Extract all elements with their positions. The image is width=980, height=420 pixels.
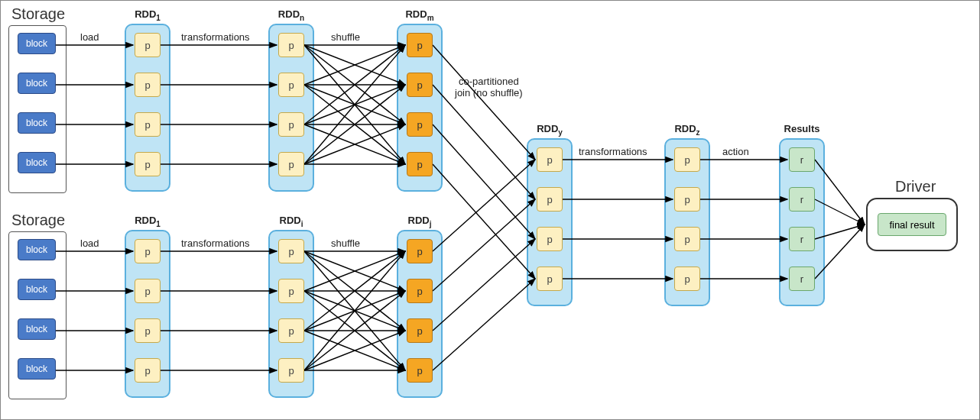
- rddm-p-2: p: [407, 112, 433, 137]
- rddm-p-3: p: [407, 152, 433, 176]
- svg-line-14: [304, 85, 405, 124]
- svg-line-21: [304, 85, 405, 164]
- storage-bot-block-3: block: [18, 358, 56, 380]
- rddm-p-1: p: [407, 73, 433, 97]
- svg-line-15: [304, 85, 405, 164]
- rddy-p-3: p: [537, 267, 563, 291]
- rddi-p-2: p: [278, 318, 304, 343]
- svg-line-44: [304, 251, 405, 370]
- rddi-header: RDDi: [261, 215, 322, 228]
- svg-line-48: [433, 45, 535, 160]
- results-header: Results: [771, 123, 832, 134]
- rddn-header: RDDn: [261, 8, 322, 22]
- transf-label-top: transformations: [181, 31, 250, 43]
- storage-top-block-0: block: [18, 33, 56, 54]
- svg-line-45: [304, 291, 405, 370]
- storage-title-top: Storage: [11, 5, 65, 23]
- svg-line-34: [304, 251, 405, 331]
- rdd1-top-p-2: p: [135, 112, 161, 137]
- rddz-p-1: p: [674, 187, 700, 212]
- results-r-3: r: [789, 267, 815, 291]
- svg-line-19: [304, 124, 405, 164]
- action-label: action: [722, 146, 749, 157]
- driver-title: Driver: [895, 178, 936, 195]
- rddy-p-0: p: [537, 147, 563, 172]
- storage-bot-block-2: block: [18, 318, 56, 340]
- rddn-p-2: p: [278, 112, 304, 137]
- rddi-p-0: p: [278, 239, 304, 263]
- rdd1-bot-p-3: p: [135, 358, 161, 383]
- rddy-p-1: p: [537, 187, 563, 212]
- storage-bot-block-1: block: [18, 279, 56, 300]
- svg-line-55: [433, 279, 535, 370]
- rddj-p-1: p: [407, 279, 433, 303]
- rddn-p-1: p: [278, 73, 304, 97]
- transf-label-bot: transformations: [181, 237, 250, 249]
- rddy-header: RDDy: [519, 123, 580, 137]
- driver-box: final result: [866, 198, 958, 251]
- svg-line-16: [304, 45, 405, 124]
- svg-line-41: [304, 291, 405, 331]
- svg-line-35: [304, 251, 405, 370]
- join-label: co-partitioned join (no shuffle): [455, 76, 523, 99]
- final-result: final result: [878, 213, 946, 236]
- rddz-header: RDDz: [657, 123, 718, 137]
- rddy-p-2: p: [537, 227, 563, 251]
- rddj-p-0: p: [407, 239, 433, 263]
- rdd1-top-p-1: p: [135, 73, 161, 97]
- svg-line-49: [433, 160, 535, 251]
- svg-line-43: [304, 331, 405, 370]
- svg-line-10: [304, 45, 405, 124]
- svg-line-22: [304, 124, 405, 164]
- results-r-1: r: [789, 187, 815, 212]
- rddj-p-2: p: [407, 318, 433, 343]
- svg-line-53: [433, 239, 535, 331]
- load-label-bot: load: [80, 237, 99, 249]
- rddz-p-0: p: [674, 147, 700, 172]
- svg-line-17: [304, 85, 405, 124]
- results-r-0: r: [789, 147, 815, 172]
- svg-line-20: [304, 45, 405, 164]
- rdd1-header-bot: RDD1: [117, 215, 178, 228]
- rddj-header: RDDj: [389, 215, 450, 228]
- svg-line-50: [433, 85, 535, 199]
- rddn-p-3: p: [278, 152, 304, 176]
- svg-line-11: [304, 45, 405, 164]
- storage-title-bot: Storage: [11, 212, 65, 229]
- svg-line-38: [304, 291, 405, 331]
- load-label-top: load: [80, 31, 99, 43]
- rdd1-top-p-3: p: [135, 152, 161, 176]
- rdd1-bot-p-1: p: [135, 279, 161, 303]
- storage-top-block-1: block: [18, 73, 56, 94]
- svg-line-9: [304, 45, 405, 85]
- svg-line-39: [304, 291, 405, 370]
- rddm-header: RDDm: [389, 8, 450, 22]
- rddj-p-3: p: [407, 358, 433, 383]
- svg-line-46: [304, 331, 405, 370]
- storage-bot-block-0: block: [18, 239, 56, 260]
- results-r-2: r: [789, 227, 815, 251]
- shuffle-label-bot: shuffle: [331, 237, 360, 249]
- rdd1-bot-p-2: p: [135, 318, 161, 343]
- shuffle-label-top: shuffle: [331, 31, 360, 43]
- rdd1-top-p-0: p: [135, 33, 161, 57]
- svg-line-33: [304, 251, 405, 291]
- rddi-p-3: p: [278, 358, 304, 383]
- svg-line-36: [304, 251, 405, 291]
- svg-line-51: [433, 199, 535, 291]
- rddz-p-2: p: [674, 227, 700, 251]
- rddz-p-3: p: [674, 267, 700, 291]
- storage-top-block-2: block: [18, 112, 56, 134]
- rdd1-bot-p-0: p: [135, 239, 161, 263]
- svg-line-12: [304, 45, 405, 85]
- rddn-p-0: p: [278, 33, 304, 57]
- rddi-p-1: p: [278, 279, 304, 303]
- svg-line-40: [304, 251, 405, 331]
- rddm-p-0: p: [407, 33, 433, 57]
- storage-top-block-3: block: [18, 152, 56, 173]
- rdd1-header-top: RDD1: [117, 8, 178, 22]
- transf-label-tail: transformations: [579, 146, 647, 157]
